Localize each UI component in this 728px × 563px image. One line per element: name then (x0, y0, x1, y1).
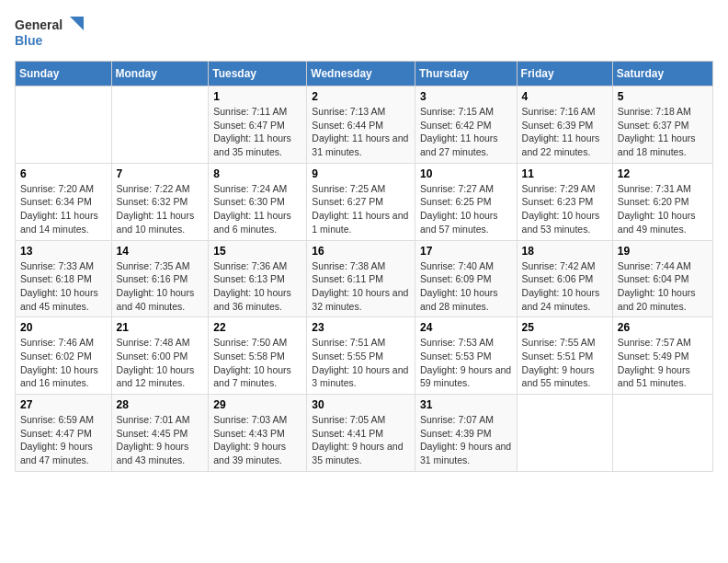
day-info: Sunrise: 7:01 AM Sunset: 4:45 PM Dayligh… (117, 413, 204, 467)
day-number: 18 (522, 245, 608, 258)
day-info: Sunrise: 7:57 AM Sunset: 5:49 PM Dayligh… (618, 336, 708, 390)
calendar-cell: 20Sunrise: 7:46 AM Sunset: 6:02 PM Dayli… (16, 317, 112, 395)
day-info: Sunrise: 7:22 AM Sunset: 6:32 PM Dayligh… (117, 182, 204, 236)
day-info: Sunrise: 7:03 AM Sunset: 4:43 PM Dayligh… (213, 413, 301, 467)
day-info: Sunrise: 6:59 AM Sunset: 4:47 PM Dayligh… (20, 413, 107, 467)
calendar-cell: 12Sunrise: 7:31 AM Sunset: 6:20 PM Dayli… (612, 163, 712, 240)
day-info: Sunrise: 7:16 AM Sunset: 6:39 PM Dayligh… (522, 105, 608, 159)
day-number: 31 (420, 398, 512, 411)
calendar-cell: 26Sunrise: 7:57 AM Sunset: 5:49 PM Dayli… (612, 317, 712, 395)
day-number: 19 (618, 245, 708, 258)
day-info: Sunrise: 7:24 AM Sunset: 6:30 PM Dayligh… (213, 182, 301, 236)
calendar-week-row: 20Sunrise: 7:46 AM Sunset: 6:02 PM Dayli… (16, 317, 713, 395)
calendar-header-thursday: Thursday (415, 62, 517, 86)
day-info: Sunrise: 7:44 AM Sunset: 6:04 PM Dayligh… (618, 259, 708, 314)
calendar-week-row: 6Sunrise: 7:20 AM Sunset: 6:34 PM Daylig… (16, 163, 713, 240)
day-number: 7 (117, 167, 204, 180)
day-number: 12 (618, 167, 708, 180)
day-number: 6 (20, 167, 107, 180)
calendar-cell (517, 395, 612, 472)
calendar-header-sunday: Sunday (16, 62, 112, 86)
calendar-cell: 3Sunrise: 7:15 AM Sunset: 6:42 PM Daylig… (415, 86, 517, 164)
day-info: Sunrise: 7:07 AM Sunset: 4:39 PM Dayligh… (420, 413, 512, 467)
svg-marker-2 (70, 17, 84, 30)
day-number: 28 (117, 398, 204, 411)
calendar-header-tuesday: Tuesday (209, 62, 307, 86)
day-number: 29 (213, 398, 301, 411)
calendar-cell: 13Sunrise: 7:33 AM Sunset: 6:18 PM Dayli… (16, 240, 112, 317)
calendar-cell: 18Sunrise: 7:42 AM Sunset: 6:06 PM Dayli… (517, 240, 612, 317)
page-header: General Blue (15, 15, 713, 53)
day-info: Sunrise: 7:31 AM Sunset: 6:20 PM Dayligh… (618, 182, 708, 236)
calendar-cell: 2Sunrise: 7:13 AM Sunset: 6:44 PM Daylig… (307, 86, 415, 164)
calendar-cell: 28Sunrise: 7:01 AM Sunset: 4:45 PM Dayli… (111, 395, 209, 472)
calendar-cell: 6Sunrise: 7:20 AM Sunset: 6:34 PM Daylig… (16, 163, 112, 240)
day-info: Sunrise: 7:05 AM Sunset: 4:41 PM Dayligh… (312, 413, 410, 467)
day-number: 25 (522, 321, 608, 334)
calendar-header-monday: Monday (111, 62, 209, 86)
day-number: 23 (312, 321, 410, 334)
day-info: Sunrise: 7:38 AM Sunset: 6:11 PM Dayligh… (312, 259, 410, 314)
day-number: 8 (213, 167, 301, 180)
calendar-cell: 7Sunrise: 7:22 AM Sunset: 6:32 PM Daylig… (111, 163, 209, 240)
day-info: Sunrise: 7:35 AM Sunset: 6:16 PM Dayligh… (117, 259, 204, 314)
calendar-cell (16, 86, 112, 164)
day-info: Sunrise: 7:25 AM Sunset: 6:27 PM Dayligh… (312, 182, 410, 236)
day-number: 3 (420, 90, 512, 103)
calendar-cell: 31Sunrise: 7:07 AM Sunset: 4:39 PM Dayli… (415, 395, 517, 472)
day-number: 16 (312, 245, 410, 258)
svg-text:General: General (15, 17, 63, 32)
calendar-cell: 17Sunrise: 7:40 AM Sunset: 6:09 PM Dayli… (415, 240, 517, 317)
day-info: Sunrise: 7:20 AM Sunset: 6:34 PM Dayligh… (20, 182, 107, 236)
calendar-cell: 16Sunrise: 7:38 AM Sunset: 6:11 PM Dayli… (307, 240, 415, 317)
day-info: Sunrise: 7:18 AM Sunset: 6:37 PM Dayligh… (618, 105, 708, 159)
day-number: 11 (522, 167, 608, 180)
day-info: Sunrise: 7:53 AM Sunset: 5:53 PM Dayligh… (420, 336, 512, 390)
calendar-table: SundayMondayTuesdayWednesdayThursdayFrid… (15, 61, 713, 472)
calendar-cell: 21Sunrise: 7:48 AM Sunset: 6:00 PM Dayli… (111, 317, 209, 395)
calendar-cell (111, 86, 209, 164)
svg-text:Blue: Blue (15, 33, 43, 48)
day-number: 9 (312, 167, 410, 180)
day-number: 26 (618, 321, 708, 334)
day-info: Sunrise: 7:40 AM Sunset: 6:09 PM Dayligh… (420, 259, 512, 314)
day-info: Sunrise: 7:42 AM Sunset: 6:06 PM Dayligh… (522, 259, 608, 314)
calendar-cell: 5Sunrise: 7:18 AM Sunset: 6:37 PM Daylig… (612, 86, 712, 164)
day-number: 24 (420, 321, 512, 334)
day-number: 2 (312, 90, 410, 103)
day-number: 10 (420, 167, 512, 180)
calendar-cell: 10Sunrise: 7:27 AM Sunset: 6:25 PM Dayli… (415, 163, 517, 240)
calendar-cell: 22Sunrise: 7:50 AM Sunset: 5:58 PM Dayli… (209, 317, 307, 395)
day-number: 21 (117, 321, 204, 334)
logo-svg: General Blue (15, 15, 88, 53)
day-number: 20 (20, 321, 107, 334)
calendar-cell: 4Sunrise: 7:16 AM Sunset: 6:39 PM Daylig… (517, 86, 612, 164)
day-info: Sunrise: 7:55 AM Sunset: 5:51 PM Dayligh… (522, 336, 608, 390)
calendar-week-row: 13Sunrise: 7:33 AM Sunset: 6:18 PM Dayli… (16, 240, 713, 317)
day-info: Sunrise: 7:15 AM Sunset: 6:42 PM Dayligh… (420, 105, 512, 159)
day-number: 22 (213, 321, 301, 334)
calendar-header-row: SundayMondayTuesdayWednesdayThursdayFrid… (16, 62, 713, 86)
day-info: Sunrise: 7:46 AM Sunset: 6:02 PM Dayligh… (20, 336, 107, 390)
calendar-cell: 30Sunrise: 7:05 AM Sunset: 4:41 PM Dayli… (307, 395, 415, 472)
calendar-header-saturday: Saturday (612, 62, 712, 86)
calendar-week-row: 27Sunrise: 6:59 AM Sunset: 4:47 PM Dayli… (16, 395, 713, 472)
day-info: Sunrise: 7:13 AM Sunset: 6:44 PM Dayligh… (312, 105, 410, 159)
day-number: 30 (312, 398, 410, 411)
calendar-header-friday: Friday (517, 62, 612, 86)
day-number: 1 (213, 90, 301, 103)
day-info: Sunrise: 7:51 AM Sunset: 5:55 PM Dayligh… (312, 336, 410, 390)
calendar-cell: 15Sunrise: 7:36 AM Sunset: 6:13 PM Dayli… (209, 240, 307, 317)
calendar-cell: 27Sunrise: 6:59 AM Sunset: 4:47 PM Dayli… (16, 395, 112, 472)
calendar-week-row: 1Sunrise: 7:11 AM Sunset: 6:47 PM Daylig… (16, 86, 713, 164)
calendar-cell: 8Sunrise: 7:24 AM Sunset: 6:30 PM Daylig… (209, 163, 307, 240)
day-number: 4 (522, 90, 608, 103)
calendar-header-wednesday: Wednesday (307, 62, 415, 86)
day-info: Sunrise: 7:33 AM Sunset: 6:18 PM Dayligh… (20, 259, 107, 314)
calendar-cell: 19Sunrise: 7:44 AM Sunset: 6:04 PM Dayli… (612, 240, 712, 317)
day-number: 14 (117, 245, 204, 258)
calendar-cell: 14Sunrise: 7:35 AM Sunset: 6:16 PM Dayli… (111, 240, 209, 317)
day-info: Sunrise: 7:50 AM Sunset: 5:58 PM Dayligh… (213, 336, 301, 390)
calendar-cell (612, 395, 712, 472)
logo: General Blue (15, 15, 88, 53)
